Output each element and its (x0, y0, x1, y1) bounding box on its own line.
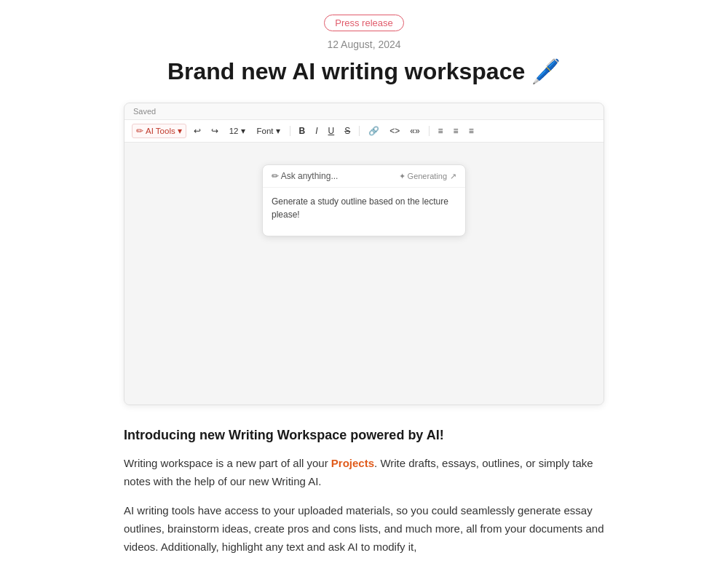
underline-button[interactable]: U (325, 125, 338, 137)
unordered-list-button[interactable]: ≡ (466, 125, 477, 137)
chevron-down-icon: ▾ (276, 126, 280, 136)
ai-ask-label: ✏ Ask anything... (272, 171, 338, 181)
ai-dialog-header: ✏ Ask anything... ✦ Generating ↗ (263, 165, 465, 188)
screenshot-toolbar: ✏ AI Tools ▾ ↩ ↪ 12 ▾ Font ▾ B I U S 🔗 <… (124, 120, 604, 143)
font-selector[interactable]: Font ▾ (253, 124, 284, 137)
ai-dialog-content: Generate a study outline based on the le… (263, 188, 465, 236)
page-title: Brand new AI writing workspace 🖊️ (124, 57, 604, 85)
chevron-down-icon: ▾ (241, 126, 245, 136)
ai-tools-button[interactable]: ✏ AI Tools ▾ (132, 124, 186, 138)
align-left-button[interactable]: ≡ (435, 125, 446, 137)
intro-paragraph-2: AI writing tools have access to your upl… (124, 502, 604, 556)
toolbar-separator-1 (290, 126, 290, 136)
redo-button[interactable]: ↪ (208, 125, 221, 137)
ai-dialog-box: ✏ Ask anything... ✦ Generating ↗ Generat… (262, 164, 466, 236)
ai-query-text: Generate a study outline based on the le… (272, 195, 456, 221)
expand-icon: ↗ (450, 172, 456, 181)
workspace-screenshot: Saved ✏ AI Tools ▾ ↩ ↪ 12 ▾ Font ▾ B I U (124, 103, 604, 405)
press-release-badge: Press release (324, 15, 403, 31)
ai-generating-status: ✦ Generating ↗ (399, 172, 456, 181)
toolbar-separator-3 (429, 126, 430, 136)
ordered-list-button[interactable]: ≡ (451, 125, 462, 137)
screenshot-body: ✏ Ask anything... ✦ Generating ↗ Generat… (124, 143, 604, 404)
saved-label: Saved (133, 107, 156, 116)
link-button[interactable]: 🔗 (365, 125, 382, 137)
toolbar-separator-2 (359, 126, 360, 136)
undo-button[interactable]: ↩ (191, 125, 204, 137)
intro-text-start: Writing workspace is a new part of all y… (124, 457, 331, 469)
intro-title: Introducing new Writing Workspace powere… (124, 427, 604, 444)
strikethrough-button[interactable]: S (341, 125, 353, 137)
article-date: 12 August, 2024 (124, 39, 604, 50)
ai-tools-icon: ✏ (136, 126, 143, 136)
chevron-down-icon: ▾ (178, 126, 182, 136)
intro-paragraph-1: Writing workspace is a new part of all y… (124, 455, 604, 491)
code-block-button[interactable]: «» (407, 125, 422, 137)
projects-link[interactable]: Projects (331, 457, 374, 469)
italic-button[interactable]: I (312, 125, 320, 137)
font-size-control[interactable]: 12 ▾ (226, 124, 249, 137)
code-inline-button[interactable]: <> (387, 125, 403, 137)
bold-button[interactable]: B (296, 125, 309, 137)
screenshot-topbar: Saved (124, 103, 604, 120)
article-content: Introducing new Writing Workspace powere… (124, 427, 604, 582)
header-section: Press release 12 August, 2024 Brand new … (124, 15, 604, 85)
